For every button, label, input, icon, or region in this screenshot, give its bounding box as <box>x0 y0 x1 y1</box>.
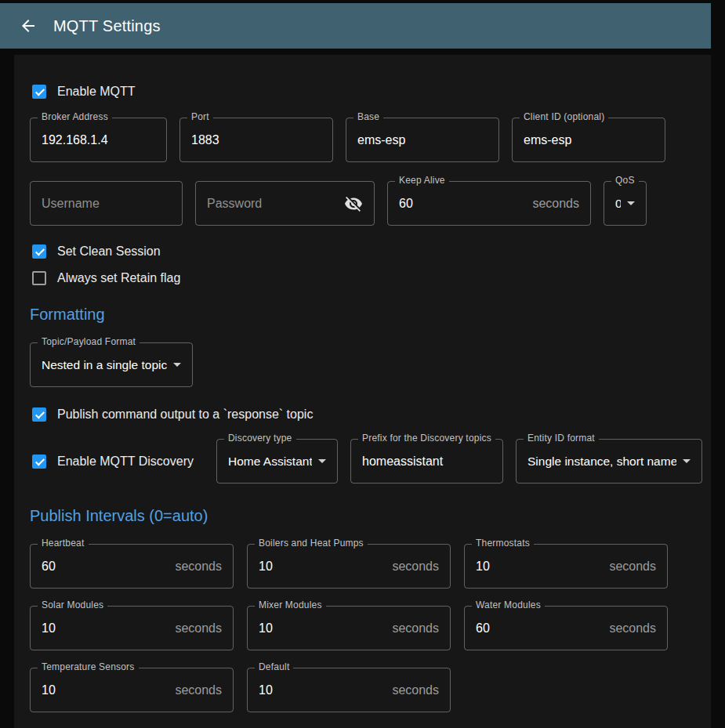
publish-response-label: Publish command output to a `response` t… <box>57 407 313 422</box>
topic-payload-format-select[interactable]: Topic/Payload Format Nested in a single … <box>30 342 193 387</box>
intervals-grid: Heartbeat seconds Boilers and Heat Pumps… <box>30 544 695 712</box>
discovery-type-value: Home Assistant <box>228 455 312 469</box>
topic-format-row: Topic/Payload Format Nested in a single … <box>30 342 695 387</box>
seconds-suffix: seconds <box>532 197 579 211</box>
toggle-password-visibility-button[interactable] <box>344 194 363 213</box>
field-label: Heartbeat <box>38 538 89 549</box>
chevron-down-icon <box>627 201 635 205</box>
field-label: Entity ID format <box>524 433 599 444</box>
publish-response-checkbox[interactable] <box>32 407 46 422</box>
clean-session-row[interactable]: Set Clean Session <box>30 244 695 259</box>
qos-select[interactable]: QoS 0 <box>604 181 647 226</box>
publish-response-row[interactable]: Publish command output to a `response` t… <box>30 407 695 422</box>
mqtt-discovery-checkbox[interactable] <box>32 455 46 469</box>
arrow-left-icon <box>19 16 38 35</box>
discovery-row: Enable MQTT Discovery Discovery type Hom… <box>30 439 695 484</box>
password-input[interactable] <box>207 197 338 211</box>
field-label: QoS <box>611 175 639 186</box>
seconds-suffix: seconds <box>392 621 439 636</box>
entity-id-format-select[interactable]: Entity ID format Single instance, short … <box>516 439 702 484</box>
default-interval-input[interactable] <box>259 683 386 697</box>
boilers-interval-field[interactable]: Boilers and Heat Pumps seconds <box>247 544 451 589</box>
keep-alive-field[interactable]: Keep Alive seconds <box>387 181 591 226</box>
enable-mqtt-label: Enable MQTT <box>57 85 136 99</box>
port-input[interactable] <box>191 133 321 147</box>
broker-address-input[interactable] <box>42 133 155 147</box>
client-id-input[interactable] <box>524 133 654 147</box>
mqtt-discovery-label: Enable MQTT Discovery <box>57 455 194 469</box>
default-interval-field[interactable]: Default seconds <box>247 668 451 712</box>
retain-flag-checkbox[interactable] <box>32 271 46 285</box>
field-label: Mixer Modules <box>255 599 326 610</box>
discovery-type-select[interactable]: Discovery type Home Assistant <box>216 439 338 484</box>
field-label: Port <box>187 111 213 122</box>
broker-address-field[interactable]: Broker Address <box>30 118 167 162</box>
field-label: Default <box>255 661 293 672</box>
seconds-suffix: seconds <box>609 621 656 636</box>
mixer-interval-field[interactable]: Mixer Modules seconds <box>247 606 451 650</box>
thermostats-interval-input[interactable] <box>476 560 603 574</box>
temperature-sensors-interval-input[interactable] <box>42 683 169 697</box>
water-interval-input[interactable] <box>476 621 603 636</box>
solar-interval-field[interactable]: Solar Modules seconds <box>30 606 234 650</box>
clean-session-checkbox[interactable] <box>32 244 46 259</box>
username-input[interactable] <box>42 197 171 211</box>
retain-flag-row[interactable]: Always set Retain flag <box>30 271 695 285</box>
clean-session-label: Set Clean Session <box>57 244 161 259</box>
heartbeat-interval-input[interactable] <box>42 560 169 574</box>
field-label: Base <box>353 111 383 122</box>
seconds-suffix: seconds <box>175 621 222 636</box>
broker-row: Broker Address Port Base Client ID (opti… <box>30 118 695 162</box>
field-label: Broker Address <box>38 111 112 122</box>
discovery-prefix-field[interactable]: Prefix for the Discovery topics <box>350 439 503 484</box>
field-label: Keep Alive <box>395 175 449 186</box>
publish-intervals-heading: Publish Intervals (0=auto) <box>30 507 695 525</box>
field-label: Topic/Payload Format <box>38 336 140 347</box>
client-id-field[interactable]: Client ID (optional) <box>512 118 665 162</box>
field-label: Boilers and Heat Pumps <box>255 538 368 549</box>
seconds-suffix: seconds <box>175 560 222 574</box>
enable-mqtt-checkbox[interactable] <box>32 85 46 99</box>
formatting-heading: Formatting <box>30 306 695 324</box>
boilers-interval-input[interactable] <box>259 560 386 574</box>
qos-value: 0 <box>615 197 621 211</box>
seconds-suffix: seconds <box>609 560 656 574</box>
chevron-down-icon <box>683 459 691 463</box>
discovery-prefix-input[interactable] <box>362 455 491 469</box>
app-bar: MQTT Settings <box>0 3 711 49</box>
mqtt-discovery-row[interactable]: Enable MQTT Discovery <box>30 455 204 469</box>
field-label: Client ID (optional) <box>520 111 608 122</box>
seconds-suffix: seconds <box>392 560 439 574</box>
field-label: Solar Modules <box>38 599 107 610</box>
page-title: MQTT Settings <box>53 17 161 35</box>
chevron-down-icon <box>318 459 326 463</box>
port-field[interactable]: Port <box>179 118 333 162</box>
field-label: Thermostats <box>472 538 534 549</box>
field-label: Prefix for the Discovery topics <box>358 433 495 444</box>
visibility-off-icon <box>344 194 363 213</box>
back-button[interactable] <box>13 10 44 42</box>
username-field[interactable] <box>30 181 183 226</box>
field-label: Temperature Sensors <box>38 661 139 672</box>
keep-alive-input[interactable] <box>399 197 526 211</box>
mixer-interval-input[interactable] <box>259 621 386 636</box>
entity-id-format-value: Single instance, short name <box>527 455 676 469</box>
seconds-suffix: seconds <box>392 683 439 697</box>
retain-flag-label: Always set Retain flag <box>57 271 180 285</box>
temperature-sensors-interval-field[interactable]: Temperature Sensors seconds <box>30 668 234 712</box>
base-input[interactable] <box>357 133 488 147</box>
enable-mqtt-row[interactable]: Enable MQTT <box>30 85 695 99</box>
seconds-suffix: seconds <box>175 683 222 697</box>
mqtt-settings-panel: Enable MQTT Broker Address Port Base Cli… <box>14 55 711 728</box>
thermostats-interval-field[interactable]: Thermostats seconds <box>464 544 668 589</box>
water-interval-field[interactable]: Water Modules seconds <box>464 606 668 650</box>
password-field[interactable] <box>195 181 375 226</box>
base-field[interactable]: Base <box>346 118 499 162</box>
heartbeat-interval-field[interactable]: Heartbeat seconds <box>30 544 234 589</box>
field-label: Water Modules <box>472 599 545 610</box>
credentials-row: Keep Alive seconds QoS 0 <box>30 181 695 226</box>
solar-interval-input[interactable] <box>42 621 169 636</box>
topic-payload-format-value: Nested in a single topic <box>42 358 167 372</box>
chevron-down-icon <box>173 363 181 367</box>
field-label: Discovery type <box>224 433 296 444</box>
